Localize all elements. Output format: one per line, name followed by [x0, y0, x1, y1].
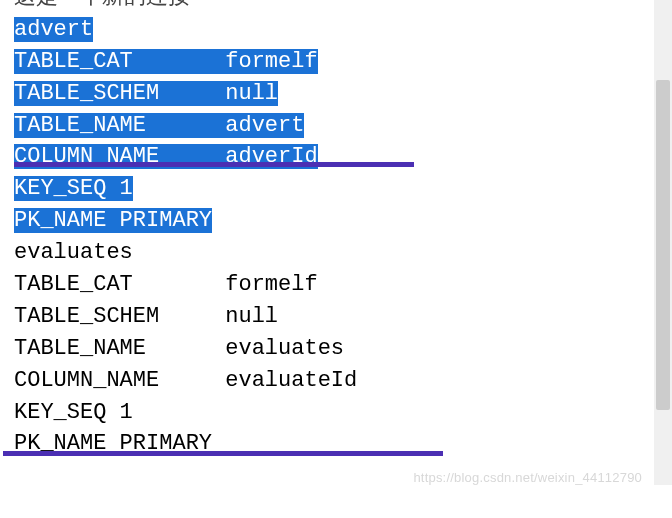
section2-key-seq: KEY_SEQ 1 [14, 397, 357, 429]
section2-header: evaluates [14, 237, 357, 269]
section1-key-seq: KEY_SEQ 1 [14, 173, 357, 205]
section2-table-schem: TABLE_SCHEM null [14, 301, 357, 333]
section1-table-name: TABLE_NAME advert [14, 110, 357, 142]
console-output: 这是一个新的连接 advert TABLE_CAT formelf TABLE_… [14, 0, 357, 460]
truncated-line: 这是一个新的连接 [14, 0, 357, 14]
section1-pk-name: PK_NAME PRIMARY [14, 205, 357, 237]
section1-header: advert [14, 14, 357, 46]
section1-table-cat: TABLE_CAT formelf [14, 46, 357, 78]
section2-column-name: COLUMN_NAME evaluateId [14, 365, 357, 397]
vertical-scrollbar-thumb[interactable] [656, 80, 670, 410]
section1-table-schem: TABLE_SCHEM null [14, 78, 357, 110]
section2-table-cat: TABLE_CAT formelf [14, 269, 357, 301]
watermark-text: https://blog.csdn.net/weixin_44112790 [413, 469, 642, 488]
annotation-underline-1 [14, 162, 414, 167]
section1-column-name: COLUMN_NAME adverId [14, 141, 357, 173]
annotation-underline-2 [3, 451, 443, 456]
section2-table-name: TABLE_NAME evaluates [14, 333, 357, 365]
vertical-scrollbar-track[interactable] [654, 0, 672, 485]
